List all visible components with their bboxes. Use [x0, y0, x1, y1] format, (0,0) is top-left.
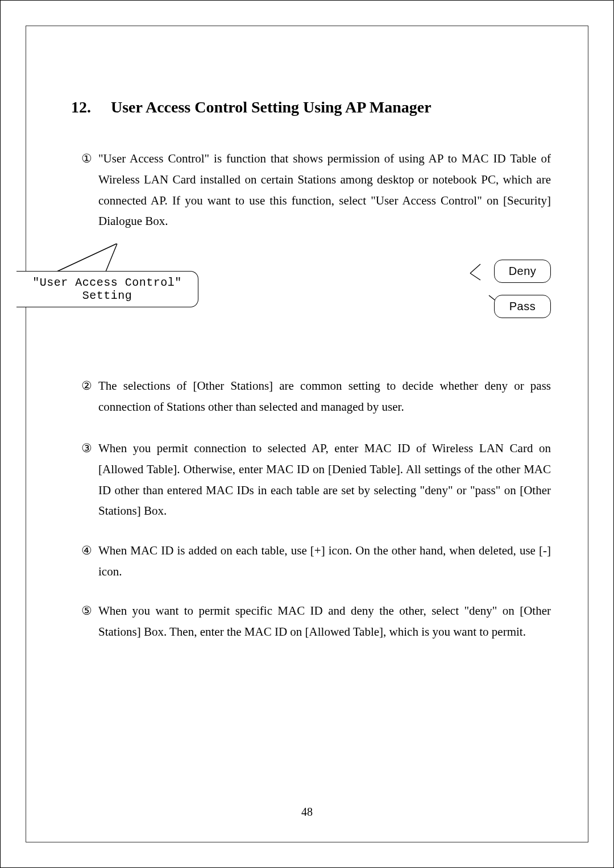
content-area: 12. User Access Control Setting Using AP… [26, 26, 588, 842]
list-item-3: ③ When you permit connection to selected… [98, 438, 551, 521]
circled-marker-1: ① [81, 148, 92, 169]
heading-text: User Access Control Setting Using AP Man… [111, 98, 432, 116]
callout-uac-label: "User Access Control" Setting [32, 276, 182, 302]
heading-number: 12. [71, 98, 91, 116]
section-heading: 12. User Access Control Setting Using AP… [71, 98, 554, 116]
callout-pass: Pass [494, 295, 551, 318]
circled-marker-5: ⑤ [81, 600, 92, 621]
callout-pass-label: Pass [509, 300, 536, 312]
list-item-4: ④ When MAC ID is added on each table, us… [98, 540, 551, 582]
item-text-5: When you want to permit specific MAC ID … [98, 604, 551, 639]
callout-uac-setting: "User Access Control" Setting [16, 271, 198, 307]
callout-deny-label: Deny [509, 265, 537, 277]
list-item-2: ② The selections of [Other Stations] are… [98, 375, 551, 418]
item-text-3: When you permit connection to selected A… [98, 441, 551, 518]
callout-deny: Deny [494, 260, 551, 283]
list-item-1: ① "User Access Control" is function that… [98, 148, 551, 232]
page: 12. User Access Control Setting Using AP… [0, 0, 614, 868]
circled-marker-3: ③ [81, 438, 92, 459]
item-text-2: The selections of [Other Stations] are c… [98, 379, 551, 414]
circled-marker-4: ④ [81, 540, 92, 561]
item-text-1: "User Access Control" is function that s… [98, 152, 551, 228]
item-text-4: When MAC ID is added on each table, use … [98, 544, 551, 578]
circled-marker-2: ② [81, 375, 92, 397]
svg-line-2 [470, 264, 480, 273]
page-number: 48 [26, 806, 588, 819]
list-item-5: ⑤ When you want to permit specific MAC I… [98, 600, 551, 642]
svg-line-3 [470, 273, 480, 280]
callout-diagram: "User Access Control" Setting Deny Pass [26, 240, 588, 354]
